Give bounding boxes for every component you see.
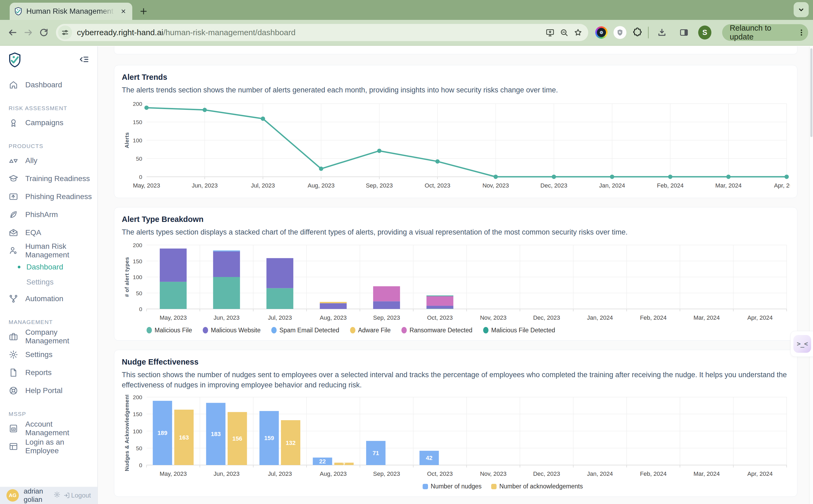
triangles-icon <box>9 156 18 165</box>
svg-text:Sep, 2023: Sep, 2023 <box>373 470 400 477</box>
svg-text:Sep, 2023: Sep, 2023 <box>366 182 393 189</box>
svg-text:183: 183 <box>211 431 221 438</box>
sidebar-item-label: Help Portal <box>25 386 63 395</box>
legend-item[interactable]: Number of nudges <box>423 483 482 490</box>
tab-close-icon[interactable] <box>119 7 128 16</box>
gear-icon <box>9 350 18 359</box>
svg-text:Jan, 2024: Jan, 2024 <box>599 182 625 189</box>
browser-menu-kebab-icon[interactable] <box>797 28 805 37</box>
shield-extension-icon[interactable] <box>614 26 626 39</box>
address-bar[interactable]: cyberready.right-hand.ai/human-risk-mana… <box>56 24 588 41</box>
sidebar-item-label: Company Management <box>25 328 97 345</box>
svg-text:Jul, 2023: Jul, 2023 <box>268 470 292 477</box>
card-alert-trends: Alert Trends The alerts trends section s… <box>114 65 797 198</box>
logout-button[interactable]: Logout <box>63 492 91 499</box>
sidebar-item-account-management[interactable]: Account Management <box>0 419 97 437</box>
sidebar-item-automation[interactable]: Automation <box>0 290 97 308</box>
svg-text:Aug, 2023: Aug, 2023 <box>320 470 346 477</box>
sidebar-item-human-risk-management[interactable]: Human Risk Management <box>0 242 97 260</box>
legend-label: Number of acknowledgements <box>499 483 583 490</box>
sidebar-item-label: EQA <box>25 228 41 237</box>
sidebar-nav: DashboardRISK ASSESSMENTCampaignsPRODUCT… <box>0 76 97 487</box>
image-up-icon <box>9 192 18 201</box>
sidebar-item-settings[interactable]: Settings <box>0 345 97 363</box>
sidebar-item-training-readiness[interactable]: Training Readiness <box>0 170 97 188</box>
sidebar-item-hrm-dashboard[interactable]: Dashboard <box>0 260 97 275</box>
sidebar-item-company-management[interactable]: Company Management <box>0 327 97 345</box>
svg-text:Dec, 2023: Dec, 2023 <box>533 470 560 477</box>
svg-text:200: 200 <box>133 242 142 248</box>
site-settings-icon[interactable] <box>58 26 72 39</box>
sidebar-item-dashboard[interactable]: Dashboard <box>0 76 97 94</box>
tab-search-chevron-button[interactable] <box>794 2 809 17</box>
svg-text:150: 150 <box>133 119 142 125</box>
mail-eye-icon <box>9 228 18 237</box>
legend-item[interactable]: Malicious File <box>146 327 192 334</box>
side-panel-icon[interactable] <box>676 25 692 40</box>
svg-text:42: 42 <box>426 455 432 462</box>
branch-icon <box>9 294 18 304</box>
back-icon[interactable] <box>5 25 20 40</box>
assistant-widget-face-button[interactable]: >_< <box>793 335 811 353</box>
browser-profile-avatar[interactable]: S <box>698 26 711 39</box>
svg-text:0: 0 <box>139 306 142 312</box>
footer-settings-gear-icon[interactable] <box>53 491 60 500</box>
svg-text:189: 189 <box>157 430 167 437</box>
extensions-puzzle-icon[interactable] <box>632 27 643 38</box>
camera-extension-icon[interactable] <box>595 26 608 39</box>
sidebar-footer: AG adrian golian Logout <box>0 487 97 504</box>
browser-tab[interactable]: Human Risk Management | Rig <box>10 3 132 20</box>
sidebar-item-phisharm[interactable]: PhishArm <box>0 206 97 224</box>
sidebar-item-campaigns[interactable]: Campaigns <box>0 114 97 132</box>
legend-label: Spam Email Detected <box>279 327 339 334</box>
sidebar-item-reports[interactable]: Reports <box>0 363 97 381</box>
legend-item[interactable]: Ransomware Detected <box>401 327 473 334</box>
page-scrollbar-thumb[interactable] <box>810 48 812 137</box>
graduation-cap-icon <box>9 174 18 183</box>
url-text[interactable]: cyberready.right-hand.ai/human-risk-mana… <box>77 28 543 37</box>
relaunch-label: Relaunch to update <box>730 24 793 41</box>
new-tab-button[interactable] <box>138 5 149 17</box>
legend-item[interactable]: Malicious Website <box>203 327 260 334</box>
toolbar-separator <box>648 27 649 38</box>
bookmark-star-icon[interactable] <box>571 26 585 39</box>
legend-marker <box>271 327 277 333</box>
svg-text:Mar, 2024: Mar, 2024 <box>693 470 720 477</box>
legend-marker <box>146 327 152 333</box>
svg-text:Oct, 2023: Oct, 2023 <box>427 470 453 477</box>
lifebuoy-icon <box>9 386 18 395</box>
svg-text:Nov, 2023: Nov, 2023 <box>482 182 509 189</box>
sidebar-item-label: Campaigns <box>25 118 63 127</box>
legend-item[interactable]: Adware File <box>350 327 390 334</box>
zoom-page-icon[interactable] <box>557 26 571 39</box>
sidebar-item-phishing-readiness[interactable]: Phishing Readiness <box>0 188 97 206</box>
svg-text:Apr, 2024: Apr, 2024 <box>747 470 773 477</box>
legend-item[interactable]: Spam Email Detected <box>271 327 339 334</box>
svg-text:71: 71 <box>372 450 379 456</box>
legend-item[interactable]: Number of acknowledgements <box>491 483 583 490</box>
legend-marker <box>350 327 355 333</box>
page-scrollbar[interactable] <box>809 46 813 504</box>
legend-label: Adware File <box>358 327 390 334</box>
forward-icon[interactable] <box>20 25 36 40</box>
app-shield-logo-icon <box>8 52 22 68</box>
svg-text:7: 7 <box>343 462 345 467</box>
svg-text:22: 22 <box>319 458 325 465</box>
sidebar-collapse-icon[interactable] <box>78 54 89 66</box>
scrolled-card-remnant <box>114 46 797 54</box>
reload-icon[interactable] <box>36 25 52 40</box>
sidebar-item-label: Human Risk Management <box>25 242 97 259</box>
sidebar-item-ally[interactable]: Ally <box>0 152 97 170</box>
card-description: The alerts trends section shows the numb… <box>122 85 789 95</box>
downloads-icon[interactable] <box>654 25 670 40</box>
sidebar-section-risk-assessment: RISK ASSESSMENT <box>0 105 97 111</box>
install-app-icon[interactable] <box>543 26 557 39</box>
svg-text:May, 2023: May, 2023 <box>160 470 187 477</box>
sidebar-item-help-portal[interactable]: Help Portal <box>0 381 97 399</box>
sidebar-item-hrm-settings[interactable]: Settings <box>0 275 97 290</box>
sidebar-item-eqa[interactable]: EQA <box>0 224 97 242</box>
legend-item[interactable]: Malicious File Detected <box>483 327 555 334</box>
sidebar-item-login-as-employee[interactable]: Login as an Employee <box>0 437 97 455</box>
svg-text:# of alert types: # of alert types <box>124 257 130 297</box>
relaunch-to-update-button[interactable]: Relaunch to update <box>722 24 808 41</box>
